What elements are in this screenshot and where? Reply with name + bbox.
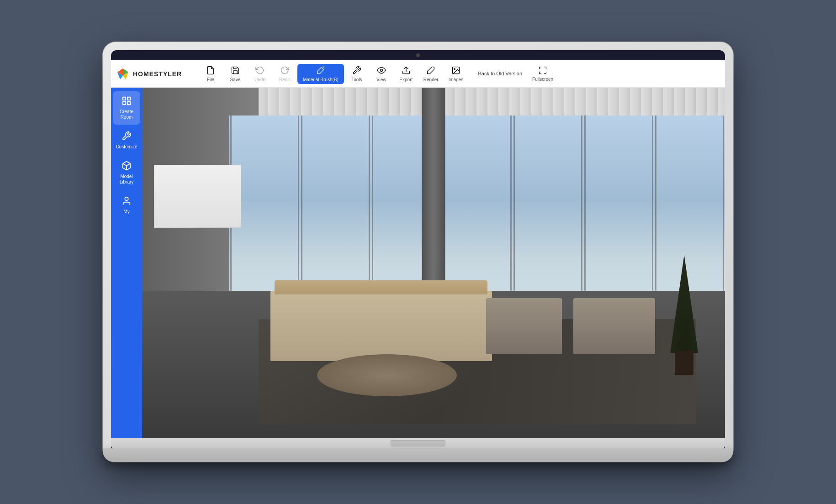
model-library-label: Model Library [120,174,134,185]
render-button[interactable]: Render [419,64,443,84]
save-label: Save [230,77,241,82]
person-icon [122,196,132,207]
laptop-bottom-bezel [111,438,725,448]
images-label: Images [449,77,464,82]
svg-point-14 [125,197,128,200]
file-button[interactable]: File [199,64,222,84]
redo-label: Redo [279,77,290,82]
sidebar: Create Room Customize [111,88,142,438]
logo-area: HOMESTYLER [116,68,190,80]
sidebar-item-my[interactable]: My [113,191,140,219]
toolbar-items: File Save Undo [199,64,720,84]
export-label: Export [399,77,413,82]
kitchen-upper-cabinets [154,165,241,228]
view-label: View [376,77,386,82]
plant-leaves [661,255,708,353]
svg-point-5 [380,69,382,71]
app-name: HOMESTYLER [133,70,182,78]
grid-icon [122,96,132,107]
undo-icon [255,66,265,76]
redo-icon [280,66,289,76]
laptop-frame: HOMESTYLER File Sav [103,42,733,462]
wrench-icon [122,131,132,142]
coffee-table [317,354,457,396]
redo-button[interactable]: Redo [273,64,296,84]
material-brush-button[interactable]: Material Brush(B) [297,64,344,84]
toolbar: HOMESTYLER File Sav [111,60,725,88]
render-icon [426,66,435,76]
tools-label: Tools [351,77,362,82]
plant [661,252,708,375]
main-area: Create Room Customize [111,88,725,438]
save-icon [231,66,240,76]
svg-rect-12 [123,102,126,105]
images-icon [451,66,460,76]
sidebar-item-customize[interactable]: Customize [113,126,140,154]
sidebar-item-model-library[interactable]: Model Library [113,156,140,189]
svg-rect-11 [127,102,130,105]
brush-icon [316,66,325,76]
room-render [142,88,725,438]
export-icon [402,66,411,76]
fullscreen-icon [538,66,547,77]
images-button[interactable]: Images [444,64,468,84]
view-icon [377,66,386,76]
chair-right [573,298,655,354]
sofa [270,291,492,361]
undo-button[interactable]: Undo [248,64,272,84]
export-button[interactable]: Export [394,64,418,84]
plant-pot [675,351,693,375]
save-button[interactable]: Save [223,64,247,84]
canvas-area[interactable] [142,88,725,438]
create-room-label: Create Room [120,109,133,120]
svg-rect-9 [123,97,126,100]
fullscreen-label: Fullscreen [532,77,553,82]
file-label: File [207,77,214,82]
tools-button[interactable]: Tools [345,64,369,84]
sidebar-item-create-room[interactable]: Create Room [113,91,140,125]
svg-line-4 [322,68,323,69]
undo-label: Undo [254,77,265,82]
view-button[interactable]: View [370,64,393,84]
screen-bezel: HOMESTYLER File Sav [111,50,725,448]
laptop-base [103,448,733,462]
back-to-old-label: Back to Old Version [478,70,522,77]
file-icon [206,66,215,76]
camera-dot [416,53,420,57]
svg-point-8 [454,68,455,69]
logo-icon [116,68,129,80]
fullscreen-button[interactable]: Fullscreen [528,64,558,84]
material-brush-label: Material Brush(B) [303,77,339,82]
customize-label: Customize [116,144,137,150]
screen-content: HOMESTYLER File Sav [111,60,725,438]
trackpad [391,440,445,446]
render-label: Render [423,77,439,82]
back-to-old-button[interactable]: Back to Old Version [473,68,527,79]
tools-icon [352,66,361,76]
cube-icon [122,161,132,172]
my-label: My [123,209,129,215]
chair-left [486,298,562,354]
svg-rect-10 [127,97,130,100]
